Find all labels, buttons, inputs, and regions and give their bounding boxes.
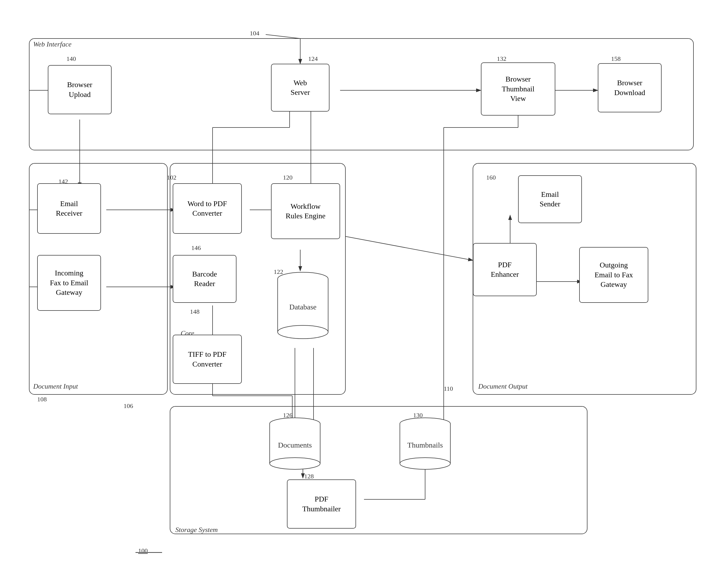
ref-148: 148: [190, 308, 200, 315]
svg-point-54: [270, 458, 320, 469]
ref-140: 140: [67, 55, 76, 63]
svg-text:Thumbnails: Thumbnails: [407, 441, 443, 449]
diagram: Web Interface Document Input Core Docume…: [21, 16, 707, 563]
browser-download-box: BrowserDownload: [598, 63, 661, 112]
documents-box: Documents: [268, 417, 322, 470]
incoming-fax-box: IncomingFax to EmailGateway: [37, 255, 101, 311]
workflow-rules-engine-box: WorkflowRules Engine: [271, 183, 340, 239]
ref-108: 108: [37, 396, 47, 403]
ref-160: 160: [486, 174, 496, 181]
thumbnails-box: Thumbnails: [399, 417, 452, 470]
browser-thumbnail-view-box: BrowserThumbnailView: [481, 63, 555, 116]
outgoing-email-fax-box: OutgoingEmail to FaxGateway: [579, 247, 648, 303]
ref-128: 128: [304, 473, 314, 480]
svg-line-42: [266, 35, 300, 39]
ref-132: 132: [497, 55, 507, 63]
web-server-box: WebServer: [271, 64, 329, 112]
svg-point-48: [278, 325, 328, 339]
web-interface-label: Web Interface: [33, 40, 72, 48]
ref-106: 106: [124, 402, 133, 410]
email-sender-box: EmailSender: [518, 175, 582, 223]
document-output-label: Document Output: [478, 382, 528, 391]
email-receiver-box: EmailReceiver: [37, 183, 101, 234]
ref-124: 124: [308, 55, 318, 63]
word-to-pdf-box: Word to PDFConverter: [173, 183, 242, 234]
pdf-thumbnailer-box: PDFThumbnailer: [287, 480, 356, 529]
tiff-to-pdf-box: TIFF to PDFConverter: [173, 335, 242, 384]
svg-text:Database: Database: [289, 303, 317, 311]
ref-104: 104: [250, 30, 259, 37]
storage-system-label: Storage System: [175, 526, 218, 534]
svg-rect-6: [170, 406, 587, 534]
document-input-label: Document Input: [33, 382, 78, 391]
ref-158: 158: [611, 55, 621, 63]
ref-110: 110: [444, 385, 453, 392]
svg-point-60: [400, 458, 450, 469]
svg-line-34: [346, 236, 473, 260]
ref-102: 102: [167, 174, 176, 181]
database-box: Database: [276, 271, 329, 340]
ref-146: 146: [191, 244, 201, 251]
pdf-enhancer-box: PDFEnhancer: [473, 243, 537, 296]
svg-text:Documents: Documents: [278, 441, 312, 449]
svg-rect-2: [29, 39, 693, 150]
ref-100: 100: [138, 547, 148, 555]
barcode-reader-box: BarcodeReader: [173, 255, 237, 303]
browser-upload-box: BrowserUpload: [48, 65, 112, 114]
ref-120: 120: [283, 174, 292, 181]
